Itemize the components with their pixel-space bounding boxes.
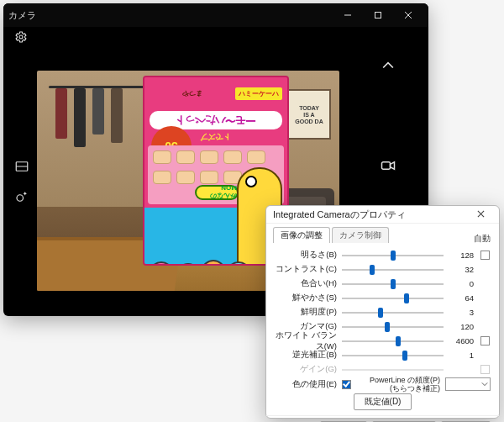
- sign-line: IS A: [303, 112, 314, 118]
- powerline-label-a: PowerLine の頻度(P): [370, 376, 440, 384]
- value-gamma: 120: [449, 322, 474, 331]
- auto-whitebalance-checkbox[interactable]: [480, 336, 490, 346]
- camera-toolbar: [3, 27, 428, 50]
- svg-marker-9: [391, 162, 395, 169]
- slider-sharpness[interactable]: [342, 308, 444, 318]
- defaults-button[interactable]: 既定値(D): [354, 393, 412, 410]
- camera-properties-dialog: Integrated Cameraのプロパティ 画像の調整 カメラ制御 自動 明…: [265, 205, 500, 419]
- left-toolbar: [10, 50, 34, 316]
- label-color-enable: 色の使用(E): [275, 379, 337, 390]
- sparkle-icon: [14, 189, 29, 208]
- value-backlight: 1: [449, 351, 474, 360]
- slider-contrast[interactable]: [342, 265, 444, 275]
- close-icon: [477, 210, 485, 219]
- row-saturation: 鮮やかさ(S) 64: [275, 291, 491, 305]
- row-whitebalance: ホワイト バランス(W) 4600: [275, 334, 491, 348]
- chevron-up-icon: [380, 57, 396, 77]
- close-button[interactable]: [393, 3, 423, 27]
- video-mode-button[interactable]: [378, 157, 398, 177]
- row-gain: ゲイン(G): [275, 362, 491, 377]
- dialog-tabs: 画像の調整 カメラ制御: [266, 224, 499, 243]
- sign-line: TODAY: [299, 105, 319, 111]
- label-whitebalance: ホワイト バランス(W): [275, 330, 337, 352]
- slider-brightness[interactable]: [342, 251, 444, 261]
- box-ribbon: みんなのMON: [195, 185, 239, 200]
- value-saturation: 64: [449, 293, 474, 303]
- settings-button[interactable]: [10, 28, 32, 50]
- row-backlight: 逆光補正(B) 1: [275, 348, 491, 362]
- expand-panel-button[interactable]: [378, 57, 398, 77]
- svg-point-7: [17, 195, 24, 202]
- dialog-close-button[interactable]: [469, 206, 492, 223]
- effects-button[interactable]: [13, 190, 30, 207]
- value-hue: 0: [449, 279, 474, 288]
- slider-whitebalance[interactable]: [342, 336, 444, 346]
- label-sharpness: 鮮明度(P): [275, 307, 337, 318]
- powerline-label-b: (ちらつき補正): [390, 384, 440, 393]
- slider-gain: [342, 365, 444, 375]
- maximize-button[interactable]: [363, 3, 393, 27]
- auto-brightness-checkbox[interactable]: [480, 251, 490, 260]
- label-brightness: 明るさ(B): [275, 250, 337, 261]
- value-sharpness: 3: [449, 308, 474, 317]
- slider-backlight[interactable]: [342, 351, 444, 361]
- slider-saturation[interactable]: [342, 293, 444, 303]
- color-enable-checkbox[interactable]: [342, 380, 351, 389]
- value-brightness: 128: [449, 251, 474, 260]
- value-whitebalance: 4600: [449, 336, 474, 346]
- dialog-button-row: OK キャンセル 適用(A): [266, 415, 499, 422]
- row-brightness: 明るさ(B) 128: [275, 248, 491, 262]
- image-adjust-form: 自動 明るさ(B) 128 コントラスト(C) 32 色合い(H) 0 鮮やかさ…: [266, 243, 499, 415]
- minimize-button[interactable]: [333, 3, 363, 27]
- powerline-select[interactable]: [445, 377, 491, 391]
- grid-icon: [14, 159, 29, 177]
- row-contrast: コントラスト(C) 32: [275, 262, 491, 277]
- slider-hue[interactable]: [342, 279, 444, 289]
- tab-image-adjust[interactable]: 画像の調整: [273, 227, 330, 243]
- label-backlight: 逆光補正(B): [275, 350, 337, 361]
- row-color-enable: 色の使用(E) PowerLine の頻度(P) (ちらつき補正): [275, 377, 491, 392]
- framing-grid-button[interactable]: [13, 160, 30, 177]
- powerline-label: PowerLine の頻度(P) (ちらつき補正): [370, 376, 440, 393]
- chevron-down-icon: [481, 380, 488, 389]
- wall-sign: TODAY IS A GOOD DA: [287, 89, 331, 140]
- camera-titlebar: カメラ: [3, 3, 428, 27]
- box-logo: まつや: [150, 89, 235, 98]
- auto-gain-checkbox: [480, 365, 490, 374]
- tab-camera-control[interactable]: カメラ制御: [332, 227, 389, 243]
- value-contrast: 32: [449, 265, 474, 274]
- label-hue: 色合い(H): [275, 278, 337, 289]
- box-badge: ハミーケーハ: [235, 87, 282, 100]
- svg-rect-8: [382, 162, 391, 169]
- camera-title: カメラ: [8, 9, 36, 22]
- row-hue: 色合い(H) 0: [275, 277, 491, 291]
- svg-point-4: [19, 35, 23, 39]
- label-saturation: 鮮やかさ(S): [275, 293, 337, 303]
- gear-icon: [14, 30, 28, 47]
- dialog-title: Integrated Cameraのプロパティ: [273, 208, 469, 221]
- sign-line: GOOD DA: [295, 119, 323, 124]
- label-contrast: コントラスト(C): [275, 264, 337, 275]
- auto-column-header: 自動: [474, 233, 491, 245]
- slider-gamma[interactable]: [342, 322, 444, 332]
- row-sharpness: 鮮明度(P) 3: [275, 305, 491, 319]
- video-icon: [380, 157, 396, 177]
- label-gain: ゲイン(G): [275, 364, 337, 375]
- svg-rect-1: [375, 13, 381, 18]
- dialog-titlebar: Integrated Cameraのプロパティ: [266, 206, 499, 224]
